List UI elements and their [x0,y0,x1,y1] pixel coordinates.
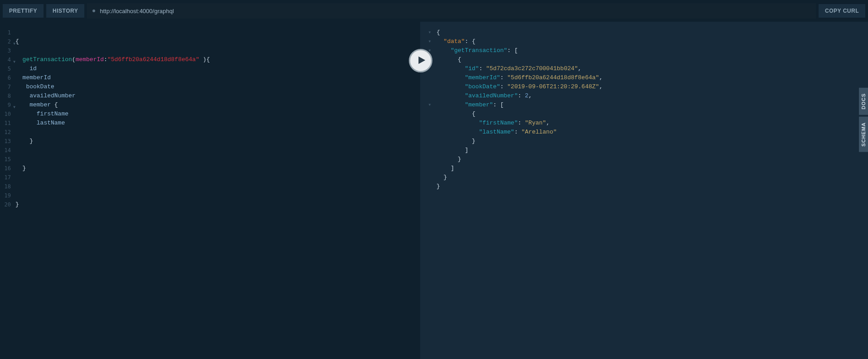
query-line[interactable]: lastName [15,119,420,128]
response-line: "memberId": "5d6ffb20a6244d18d8f8e64a", [436,73,868,82]
line-number: 18 [0,182,14,191]
line-number: 17 [0,173,14,182]
query-line[interactable] [15,128,420,137]
execute-button[interactable] [409,49,432,72]
side-tabs: DOCS SCHEMA [859,88,868,152]
fold-toggle-icon[interactable]: ▼ [427,30,432,34]
response-line: } [436,155,868,164]
query-line[interactable]: bookDate [15,82,420,91]
line-number: 5 [0,64,14,73]
response-line: } [436,182,868,191]
play-icon [416,56,426,66]
query-line[interactable] [15,28,420,37]
query-line[interactable]: } [15,200,420,209]
line-number: 9▼ [0,101,14,110]
query-line[interactable]: member { [15,101,420,110]
response-line: "member": [ [436,101,868,110]
line-number: 2▼ [0,37,14,46]
query-line[interactable] [15,182,420,191]
line-number: 15 [0,155,14,164]
response-line: "data": { [436,37,868,46]
line-number: 20 [0,200,14,209]
line-number: 11 [0,119,14,128]
response-line: "id": "5d72cda3c272c700041bb024", [436,64,868,73]
response-line: "availedNumber": 2, [436,91,868,101]
query-line[interactable] [15,191,420,200]
line-number: 8 [0,91,14,101]
line-number: 16 [0,164,14,173]
line-number: 4▼ [0,55,14,64]
query-line[interactable]: } [15,164,420,173]
endpoint-input[interactable] [100,8,810,14]
query-line[interactable] [15,46,420,55]
query-line[interactable]: firstName [15,110,420,119]
response-line: { [436,110,868,119]
main-area: 12▼34▼56789▼1011121314151617181920 { get… [0,22,868,359]
query-line[interactable]: { [15,37,420,46]
query-line[interactable]: availedNumber [15,91,420,101]
line-number: 13 [0,137,14,146]
history-button[interactable]: HISTORY [46,4,84,18]
response-line: ] [436,146,868,155]
fold-toggle-icon[interactable]: ▼ [427,39,432,43]
response-code: { "data": { "getTransaction": [ { "id": … [434,28,868,359]
query-line[interactable]: memberId [15,73,420,82]
response-line: "lastName": "Arellano" [436,128,868,137]
response-line: } [436,137,868,146]
response-line: } [436,173,868,182]
endpoint-bar [87,3,816,19]
query-line[interactable] [15,155,420,164]
query-gutter: 12▼34▼56789▼1011121314151617181920 [0,22,14,359]
fold-toggle-icon[interactable]: ▼ [427,103,432,107]
response-line: { [436,28,868,37]
connection-status-icon [92,10,95,12]
response-line: "firstName": "Ryan", [436,119,868,128]
response-line: { [436,55,868,64]
line-number: 12 [0,128,14,137]
line-number: 1 [0,28,14,37]
response-line: "bookDate": "2019-09-06T21:20:29.648Z", [436,82,868,91]
response-line: "getTransaction": [ [436,46,868,55]
toolbar: PRETTIFY HISTORY COPY CURL [0,0,868,22]
line-number: 10 [0,110,14,119]
query-code[interactable]: { getTransaction(memberId:"5d6ffb20a6244… [14,22,420,359]
query-line[interactable]: } [15,137,420,146]
response-pane: ▼▼▼▼▼ { "data": { "getTransaction": [ { … [420,22,868,359]
query-line[interactable]: getTransaction(memberId:"5d6ffb20a6244d1… [15,55,420,64]
response-line: ] [436,164,868,173]
line-number: 3 [0,46,14,55]
query-line[interactable] [15,173,420,182]
query-line[interactable]: id [15,64,420,73]
line-number: 19 [0,191,14,200]
copy-curl-button[interactable]: COPY CURL [819,4,865,18]
query-line[interactable] [15,146,420,155]
docs-tab[interactable]: DOCS [859,88,868,115]
line-number: 6 [0,73,14,82]
response-fold-gutter: ▼▼▼▼▼ [420,28,434,359]
line-number: 7 [0,82,14,91]
query-editor-pane[interactable]: 12▼34▼56789▼1011121314151617181920 { get… [0,22,420,359]
prettify-button[interactable]: PRETTIFY [3,4,44,18]
line-number: 14 [0,146,14,155]
schema-tab[interactable]: SCHEMA [859,117,868,152]
